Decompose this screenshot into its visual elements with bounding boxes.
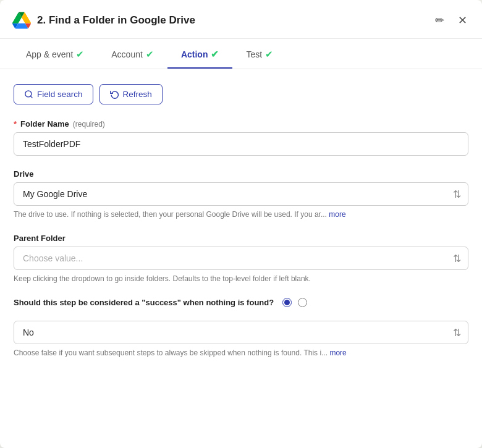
tab-bar: App & event ✔ Account ✔ Action ✔ Test ✔ xyxy=(0,39,482,69)
refresh-icon xyxy=(110,90,119,99)
success-value-select-wrapper: No Yes ⇅ xyxy=(14,321,468,344)
gdrive-logo-icon xyxy=(12,11,31,30)
drive-more-link[interactable]: more xyxy=(329,210,345,219)
tab-app-event[interactable]: App & event ✔ xyxy=(12,39,98,69)
success-value-more-link[interactable]: more xyxy=(329,349,346,357)
tab-action-label: Action xyxy=(181,49,208,59)
tab-action[interactable]: Action ✔ xyxy=(167,39,233,69)
parent-folder-select-wrapper: Choose value... ⇅ xyxy=(14,247,468,270)
drive-select-wrapper: My Google Drive Shared Drive ⇅ xyxy=(14,182,468,206)
tab-test-check-icon: ✔ xyxy=(265,49,273,60)
drive-label-text: Drive xyxy=(14,169,34,179)
success-value-hint-text: Choose false if you want subsequent step… xyxy=(14,349,328,357)
success-radio-yes[interactable] xyxy=(282,298,292,307)
tab-test-label: Test xyxy=(246,49,262,59)
success-question-field-group: Should this step be considered a "succes… xyxy=(14,298,468,307)
folder-name-field-group: * Folder Name (required) xyxy=(14,119,468,156)
tab-account-label: Account xyxy=(111,49,143,59)
parent-folder-select[interactable]: Choose value... xyxy=(14,247,468,270)
refresh-button[interactable]: Refresh xyxy=(99,84,163,104)
success-value-hint: Choose false if you want subsequent step… xyxy=(14,347,468,358)
drive-hint-text: The drive to use. If nothing is selected… xyxy=(14,210,327,219)
parent-folder-label: Parent Folder xyxy=(14,234,468,243)
tab-account[interactable]: Account ✔ xyxy=(98,39,167,69)
svg-line-1 xyxy=(30,96,32,98)
success-value-select[interactable]: No Yes xyxy=(14,321,468,344)
edit-button[interactable]: ✏ xyxy=(433,12,447,28)
tab-action-check-icon: ✔ xyxy=(211,49,219,60)
tab-test[interactable]: Test ✔ xyxy=(232,39,287,69)
success-radio-no[interactable] xyxy=(298,298,307,307)
drive-label: Drive xyxy=(14,169,468,179)
parent-folder-hint: Keep clicking the dropdown to go inside … xyxy=(14,273,468,284)
header-actions: ✏ ✕ xyxy=(433,12,470,28)
field-search-button[interactable]: Field search xyxy=(14,84,93,104)
header-left: 2. Find a Folder in Google Drive xyxy=(12,11,195,30)
tab-app-event-label: App & event xyxy=(26,49,73,59)
content-area: Field search Refresh * Folder Name (requ… xyxy=(0,69,482,448)
modal-container: 2. Find a Folder in Google Drive ✏ ✕ App… xyxy=(0,0,482,448)
field-search-label: Field search xyxy=(37,90,83,99)
success-radio-group xyxy=(282,298,307,307)
modal-title: 2. Find a Folder in Google Drive xyxy=(37,14,195,27)
parent-folder-field-group: Parent Folder Choose value... ⇅ Keep cli… xyxy=(14,234,468,284)
drive-hint: The drive to use. If nothing is selected… xyxy=(14,209,468,220)
tab-app-event-check-icon: ✔ xyxy=(76,49,84,60)
parent-folder-hint-text: Keep clicking the dropdown to go inside … xyxy=(14,274,311,283)
drive-select[interactable]: My Google Drive Shared Drive xyxy=(14,182,468,206)
tab-account-check-icon: ✔ xyxy=(146,49,154,60)
success-question-label: Should this step be considered a "succes… xyxy=(14,298,468,307)
folder-name-label-text: Folder Name xyxy=(20,119,69,129)
folder-name-label: * Folder Name (required) xyxy=(14,119,468,129)
parent-folder-label-text: Parent Folder xyxy=(14,234,66,243)
close-button[interactable]: ✕ xyxy=(455,12,470,28)
drive-field-group: Drive My Google Drive Shared Drive ⇅ The… xyxy=(14,169,468,220)
folder-name-required-text: (required) xyxy=(73,120,105,129)
success-question-label-text: Should this step be considered a "succes… xyxy=(14,298,274,307)
folder-name-input[interactable] xyxy=(14,132,468,156)
success-value-field-group: No Yes ⇅ Choose false if you want subseq… xyxy=(14,321,468,358)
modal-header: 2. Find a Folder in Google Drive ✏ ✕ xyxy=(0,0,482,39)
refresh-label: Refresh xyxy=(123,90,152,99)
action-bar: Field search Refresh xyxy=(14,84,468,104)
search-icon xyxy=(24,90,33,99)
folder-name-required-star: * xyxy=(14,119,17,129)
